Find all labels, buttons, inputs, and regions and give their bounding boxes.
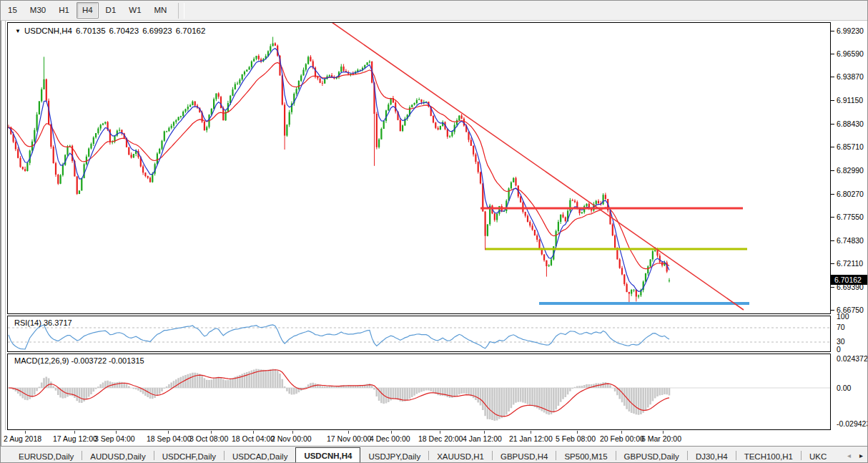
time-axis-tick (531, 431, 531, 434)
price-axis-label: 6.88430 (837, 120, 864, 128)
symbol-dropdown-icon[interactable]: ▼ (15, 28, 21, 34)
ohlc-high: 6.70423 (109, 26, 139, 35)
tab-tech100-h1[interactable]: TECH100,H1 (736, 449, 801, 463)
symbol-label: USDCNH,H4 (24, 26, 72, 35)
tab-gbpusd-h4[interactable]: GBPUSD,H4 (493, 449, 556, 463)
candlestick-chart-svg (8, 23, 830, 313)
rsi-axis-label: 0 (837, 345, 841, 354)
toolbar-separator (178, 3, 179, 19)
time-axis-tick (211, 431, 212, 434)
price-axis-label: 6.74830 (837, 236, 864, 245)
time-axis-tick (25, 431, 26, 434)
time-axis-label: 18 Dec 20:00 (418, 434, 463, 443)
tab-eurusd-daily[interactable]: EURUSD,Daily (11, 449, 82, 463)
time-axis-label: 18 Sep 04:00 (147, 434, 191, 443)
price-axis-label: 6.96590 (837, 49, 864, 58)
tab-gbpusd-daily[interactable]: GBPUSD,Daily (616, 449, 687, 463)
timeframe-toolbar: 15M30H1H4D1W1MN (1, 1, 867, 21)
price-axis-label: 6.82990 (837, 166, 864, 175)
timeframe-button-w1[interactable]: W1 (123, 2, 147, 19)
time-axis-tick (577, 431, 578, 434)
macd-chart-svg (8, 354, 830, 429)
time-axis-label: 2 Nov 00:00 (271, 434, 312, 443)
current-price-tag: 6.70162 (831, 275, 868, 285)
price-axis-label: 6.72110 (837, 259, 863, 268)
price-axis-tick (831, 54, 834, 54)
price-axis-label: 6.91150 (837, 96, 863, 104)
price-axis-tick (831, 77, 834, 77)
price-axis-tick (831, 147, 834, 147)
price-axis-label: 6.93870 (837, 72, 864, 81)
toolbar-separator-highlight (184, 3, 184, 19)
ohlc-open: 6.70135 (76, 26, 106, 35)
price-axis-tick (831, 217, 834, 218)
tab-scroll-arrows: ◂ ▸ (847, 452, 863, 459)
timeframe-button-15[interactable]: 15 (2, 2, 23, 19)
price-axis-tick (831, 170, 834, 171)
tab-scroll-left-icon[interactable]: ◂ (847, 452, 851, 459)
time-axis-tick (348, 431, 349, 434)
time-axis-label: 20 Feb 00:00 (600, 434, 644, 443)
price-axis-label: 6.85710 (837, 142, 864, 151)
macd-label: MACD(12,26,9) -0.003722 -0.001315 (14, 356, 144, 365)
tab-usdchf-daily[interactable]: USDCHF,Daily (154, 449, 224, 463)
macd-axis-label: 0.00 (837, 384, 851, 392)
price-chart-panel[interactable]: ▼USDCNH,H46.701356.704236.699236.70162 (7, 22, 831, 314)
price-axis-tick (831, 287, 834, 288)
time-axis-label: 4 Dec 00:00 (370, 434, 410, 443)
time-axis-tick (253, 431, 254, 434)
price-axis-tick (831, 31, 834, 31)
price-axis-label: 6.99230 (837, 26, 864, 35)
ohlc-low: 6.69923 (142, 26, 172, 35)
timeframe-button-h4[interactable]: H4 (77, 2, 99, 19)
time-axis-tick (440, 431, 440, 434)
price-axis-tick (831, 240, 834, 241)
rsi-axis-label: 70 (837, 323, 845, 331)
symbol-ohlc-line: ▼USDCNH,H46.701356.704236.699236.70162 (15, 26, 205, 35)
rsi-label: RSI(14) 36.3717 (14, 318, 72, 327)
mt4-window: 15M30H1H4D1W1MN ▼USDCNH,H46.701356.70423… (0, 0, 868, 463)
tab-dj30-h4[interactable]: DJ30,H4 (688, 449, 736, 463)
price-axis-label: 6.77550 (837, 213, 864, 221)
time-axis-tick (116, 431, 117, 434)
price-axis-tick (831, 124, 834, 125)
time-axis-label: 3 Oct 08:00 (189, 434, 228, 443)
time-axis-tick (74, 431, 75, 434)
price-axis-tick (831, 263, 834, 264)
timeframe-button-h1[interactable]: H1 (53, 2, 75, 19)
time-axis-label: 17 Aug 12:00 (53, 434, 97, 443)
time-axis-tick (168, 431, 169, 434)
tab-sp500-m15[interactable]: SP500,M15 (556, 449, 615, 463)
time-axis-tick (292, 431, 293, 434)
price-axis-tick (831, 310, 834, 311)
chart-tabs-bar: EURUSD,DailyAUDUSD,DailyUSDCHF,DailyUSDC… (1, 446, 868, 463)
time-axis-tick (621, 431, 622, 434)
time-axis[interactable]: 2 Aug 201817 Aug 12:003 Sep 04:0018 Sep … (1, 430, 831, 446)
price-axis-tick (831, 194, 834, 195)
price-axis[interactable]: 6.70162 6.992306.965906.938706.911506.88… (831, 21, 868, 446)
ohlc-close: 6.70162 (176, 26, 206, 35)
time-axis-label: 6 Mar 20:00 (641, 434, 681, 443)
timeframe-button-d1[interactable]: D1 (100, 2, 122, 19)
time-axis-tick (391, 431, 392, 434)
tab-usdcnh-h4[interactable]: USDCNH,H4 (295, 447, 360, 463)
time-axis-label: 4 Jan 12:00 (463, 434, 502, 443)
timeframe-button-mn[interactable]: MN (149, 2, 173, 19)
rsi-axis-label: 100 (837, 312, 849, 321)
price-axis-tick (831, 100, 834, 101)
time-axis-label: 2 Aug 2018 (4, 434, 41, 443)
tab-audusd-daily[interactable]: AUDUSD,Daily (82, 449, 153, 463)
macd-indicator-panel[interactable]: MACD(12,26,9) -0.003722 -0.001315 (7, 354, 831, 430)
tab-xauusd-h1[interactable]: XAUUSD,H1 (429, 449, 492, 463)
tab-scroll-right-icon[interactable]: ▸ (859, 452, 863, 459)
timeframe-button-m30[interactable]: M30 (24, 2, 51, 19)
tab-ukc[interactable]: UKC (802, 449, 834, 463)
time-axis-label: 5 Feb 08:00 (556, 434, 596, 443)
time-axis-tick (484, 431, 485, 434)
time-axis-label: 21 Jan 12:00 (509, 434, 553, 443)
tab-usdjpy-daily[interactable]: USDJPY,Daily (360, 449, 428, 463)
time-axis-label: 18 Oct 04:00 (232, 434, 275, 443)
tab-usdcad-daily[interactable]: USDCAD,Daily (225, 449, 295, 463)
rsi-indicator-panel[interactable]: RSI(14) 36.3717 (7, 316, 831, 352)
time-axis-label: 3 Sep 04:00 (94, 434, 135, 443)
